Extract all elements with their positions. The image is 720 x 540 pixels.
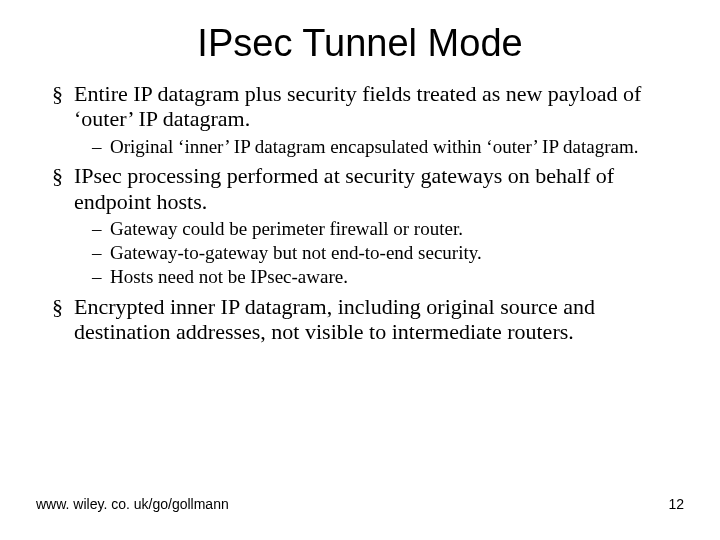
bullet-text: Encrypted inner IP datagram, including o… — [74, 294, 595, 344]
list-item: Hosts need not be IPsec-aware. — [92, 266, 680, 288]
list-item: Original ‘inner’ IP datagram encapsulate… — [92, 136, 680, 158]
list-item: Encrypted inner IP datagram, including o… — [52, 294, 680, 345]
footer-url: www. wiley. co. uk/go/gollmann — [36, 496, 229, 512]
bullet-text: IPsec processing performed at security g… — [74, 163, 614, 213]
sub-list: Gateway could be perimeter firewall or r… — [74, 218, 680, 288]
list-item: Entire IP datagram plus security fields … — [52, 81, 680, 157]
list-item: Gateway could be perimeter firewall or r… — [92, 218, 680, 240]
list-item: IPsec processing performed at security g… — [52, 163, 680, 287]
footer: www. wiley. co. uk/go/gollmann 12 — [36, 496, 684, 512]
bullet-text: Entire IP datagram plus security fields … — [74, 81, 641, 131]
bullet-list: Entire IP datagram plus security fields … — [36, 81, 684, 344]
sub-bullet-text: Gateway could be perimeter firewall or r… — [110, 218, 463, 239]
sub-bullet-text: Hosts need not be IPsec-aware. — [110, 266, 348, 287]
page-number: 12 — [668, 496, 684, 512]
sub-bullet-text: Gateway-to-gateway but not end-to-end se… — [110, 242, 482, 263]
list-item: Gateway-to-gateway but not end-to-end se… — [92, 242, 680, 264]
slide: IPsec Tunnel Mode Entire IP datagram plu… — [0, 0, 720, 540]
sub-bullet-text: Original ‘inner’ IP datagram encapsulate… — [110, 136, 638, 157]
slide-title: IPsec Tunnel Mode — [36, 22, 684, 65]
sub-list: Original ‘inner’ IP datagram encapsulate… — [74, 136, 680, 158]
